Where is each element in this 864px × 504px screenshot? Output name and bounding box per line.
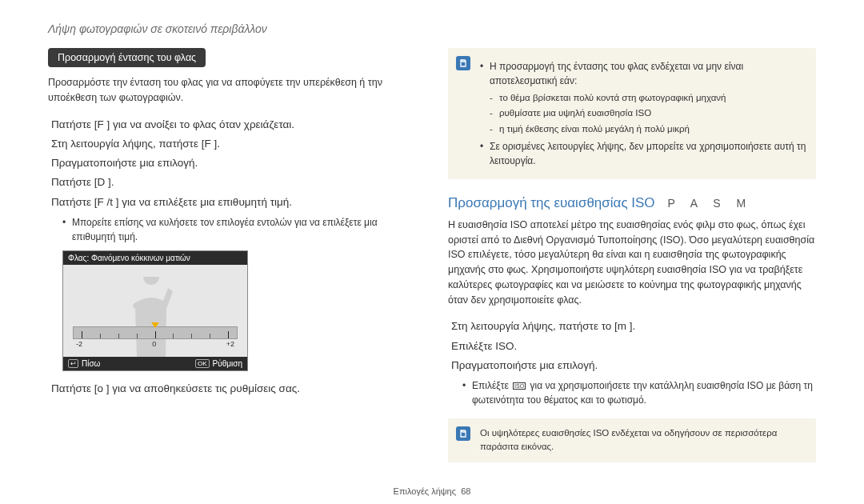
page-footer: Επιλογές λήψης 68 <box>0 486 864 496</box>
left-column: Προσαρμογή έντασης του φλας Προσαρμόστε … <box>48 48 416 478</box>
lcd-body: -2 0 +2 <box>63 265 247 357</box>
step-5: Πατήστε [F /t ] για να επιλέξετε μια επι… <box>51 193 416 212</box>
right-column: Η προσαρμογή της έντασης του φλας ενδέχε… <box>448 48 816 478</box>
iso-step-2: Επιλέξτε ISO. <box>451 337 816 356</box>
step-6: Πατήστε [o ] για να αποθηκεύσετε τις ρυθ… <box>51 379 416 398</box>
camera-lcd-preview: Φλας: Φαινόμενο κόκκινων ματιών -2 0 <box>62 250 248 371</box>
step-5-sub: Μπορείτε επίσης να κυλήσετε τον επιλογέα… <box>62 215 416 244</box>
iso-section-title: Προσαρμογή της ευαισθησίας ISO P A S M <box>448 195 816 211</box>
note-icon <box>456 56 470 70</box>
note1-sb3: η τιμή έκθεσης είναι πολύ μεγάλη ή πολύ … <box>490 122 806 136</box>
intro-text: Προσαρμόστε την ένταση του φλας για να α… <box>48 75 416 106</box>
note1-b2: Σε ορισμένες λειτουργίες λήψης, δεν μπορ… <box>480 139 806 168</box>
note1-sb2: ρυθμίσατε μια υψηλή ευαισθησία ISO <box>490 106 806 120</box>
note1-sb1: το θέμα βρίσκεται πολύ κοντά στη φωτογρα… <box>490 91 806 105</box>
iso-body: Η ευαισθησία ISO αποτελεί μέτρο της ευαι… <box>448 218 816 308</box>
adjust-label: Ρύθμιση <box>213 359 242 368</box>
back-icon: ↩ <box>68 359 78 368</box>
slider-label-min: -2 <box>76 340 82 348</box>
step-2: Στη λειτουργία λήψης, πατήστε [F ]. <box>51 134 416 154</box>
note-box-2: Οι υψηλότερες ευαισθησίες ISO ενδέχεται … <box>448 418 816 462</box>
footer-page: 68 <box>461 486 470 496</box>
ev-slider: -2 0 +2 <box>73 326 238 350</box>
iso-bullet-a: Επιλέξτε <box>472 380 511 391</box>
back-label: Πίσω <box>82 359 100 368</box>
note2-text: Οι υψηλότερες ευαισθησίες ISO ενδέχεται … <box>480 428 777 451</box>
iso-step-1: Στη λειτουργία λήψης, πατήστε το [m ]. <box>451 317 816 336</box>
mode-indicator: P A S M <box>668 197 753 210</box>
ok-icon: OK <box>195 359 210 368</box>
slider-pointer-icon <box>151 322 159 328</box>
note1-b1: Η προσαρμογή της έντασης του φλας ενδέχε… <box>480 59 806 88</box>
page-header: Λήψη φωτογραφιών σε σκοτεινό περιβάλλον <box>48 22 816 35</box>
iso-title-text: Προσαρμογή της ευαισθησίας ISO <box>448 195 655 211</box>
step-1: Πατήστε [F ] για να ανοίξει το φλας όταν… <box>51 115 416 134</box>
iso-auto-icon: ISO <box>513 382 526 390</box>
footer-label: Επιλογές λήψης <box>394 486 456 496</box>
step-3: Πραγματοποιήστε μια επιλογή. <box>51 154 416 173</box>
step-4: Πατήστε [D ]. <box>51 173 416 192</box>
slider-label-max: +2 <box>226 340 234 348</box>
slider-label-mid: 0 <box>152 340 156 348</box>
iso-step-bullet: Επιλέξτε ISO για να χρησιμοποιήσετε την … <box>462 378 816 407</box>
iso-step-3: Πραγματοποιήστε μια επιλογή. <box>451 356 816 375</box>
note-box-1: Η προσαρμογή της έντασης του φλας ενδέχε… <box>448 48 816 179</box>
main-columns: Προσαρμογή έντασης του φλας Προσαρμόστε … <box>48 48 816 478</box>
lcd-title: Φλας: Φαινόμενο κόκκινων ματιών <box>63 251 247 265</box>
note-icon <box>456 426 470 441</box>
section-pill: Προσαρμογή έντασης του φλας <box>48 48 206 67</box>
